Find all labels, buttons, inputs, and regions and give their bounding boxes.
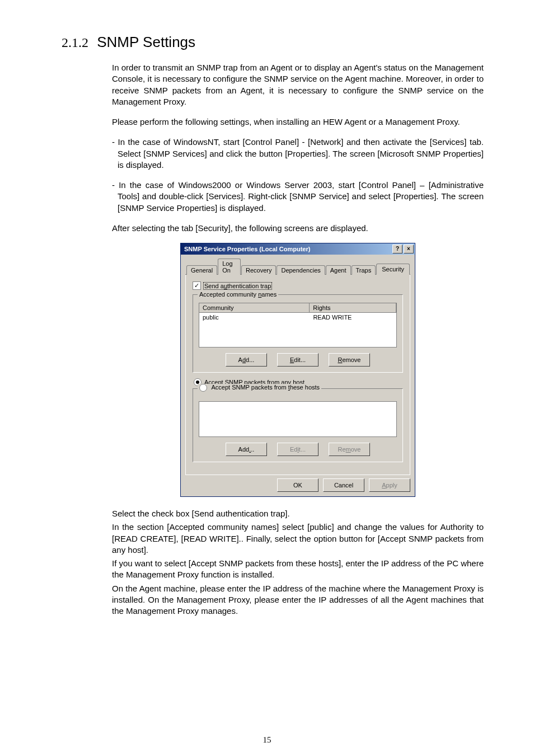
paragraph-after-select: After selecting the tab [Security], the …: [112, 223, 484, 234]
close-button[interactable]: ×: [404, 245, 414, 253]
dialog-title: SNMP Service Properties (Local Computer): [184, 246, 391, 252]
column-rights: Rights: [310, 303, 396, 312]
tab-general[interactable]: General: [186, 265, 217, 275]
tab-dependencies[interactable]: Dependencies: [277, 265, 325, 275]
accepted-community-legend: Accepted community names: [198, 291, 278, 298]
paragraph-post4: On the Agent machine, please enter the I…: [112, 583, 484, 617]
cell-community: public: [199, 313, 310, 322]
security-tab-pane: ✓ Send authentication trap Accepted comm…: [185, 275, 410, 475]
hosts-remove-button[interactable]: Remove: [329, 443, 370, 456]
community-list-row[interactable]: public READ WRITE: [199, 313, 396, 322]
tab-strip: General Log On Recovery Dependencies Age…: [185, 258, 410, 275]
community-edit-button[interactable]: Edit...: [277, 353, 318, 367]
help-icon: ?: [396, 246, 399, 252]
community-remove-button[interactable]: Remove: [329, 353, 370, 367]
paragraph-case-2000: - In the case of Windows2000 or Windows …: [112, 180, 484, 214]
tab-traps[interactable]: Traps: [352, 265, 376, 275]
column-community: Community: [199, 303, 310, 312]
accepted-community-group: Accepted community names Community Right…: [193, 294, 403, 373]
radio-these-hosts[interactable]: Accept SNMP packets from these hosts: [198, 384, 321, 392]
send-auth-trap-checkbox[interactable]: ✓: [193, 281, 201, 290]
section-heading: 2.1.2 SNMP Settings: [62, 34, 484, 51]
cancel-button[interactable]: Cancel: [323, 478, 364, 492]
community-add-button[interactable]: Add...: [226, 353, 267, 367]
section-number: 2.1.2: [62, 35, 88, 50]
hosts-edit-button[interactable]: Edit...: [277, 443, 318, 456]
send-auth-trap-label: Send authentication trap: [203, 282, 272, 290]
paragraph-case-nt: - In the case of WindowsNT, start [Contr…: [112, 137, 484, 171]
section-title-text: SNMP Settings: [97, 34, 195, 50]
dialog-titlebar: SNMP Service Properties (Local Computer)…: [181, 243, 415, 255]
community-listview[interactable]: Community Rights public READ WRITE: [199, 303, 397, 348]
close-icon: ×: [407, 246, 410, 252]
paragraph-please: Please perform the following settings, w…: [112, 116, 484, 128]
tab-logon[interactable]: Log On: [218, 259, 241, 275]
hosts-listbox[interactable]: [199, 401, 397, 437]
tab-security[interactable]: Security: [376, 264, 410, 275]
check-icon: ✓: [194, 283, 199, 289]
paragraph-post2: In the section [Accepted community names…: [112, 522, 484, 556]
tab-agent[interactable]: Agent: [326, 265, 351, 275]
hosts-add-button[interactable]: Add...: [226, 443, 267, 456]
tab-recovery[interactable]: Recovery: [241, 265, 276, 275]
apply-button[interactable]: Apply: [369, 478, 410, 492]
ok-button[interactable]: OK: [277, 478, 318, 492]
paragraph-post3: If you want to select [Accept SNMP packe…: [112, 558, 484, 581]
accept-hosts-group: Accept SNMP packets from these hosts Add…: [193, 388, 403, 462]
snmp-properties-dialog: SNMP Service Properties (Local Computer)…: [180, 243, 415, 497]
page-number: 15: [0, 735, 534, 745]
paragraph-intro: In order to transmit an SNMP trap from a…: [112, 62, 484, 107]
community-list-header: Community Rights: [199, 303, 396, 313]
cell-rights: READ WRITE: [310, 313, 396, 322]
radio-these-hosts-dot: [199, 384, 207, 392]
radio-these-hosts-label: Accept SNMP packets from these hosts: [211, 384, 320, 391]
help-button[interactable]: ?: [392, 245, 402, 253]
paragraph-post1: Select the check box [Send authenticatio…: [112, 508, 484, 519]
